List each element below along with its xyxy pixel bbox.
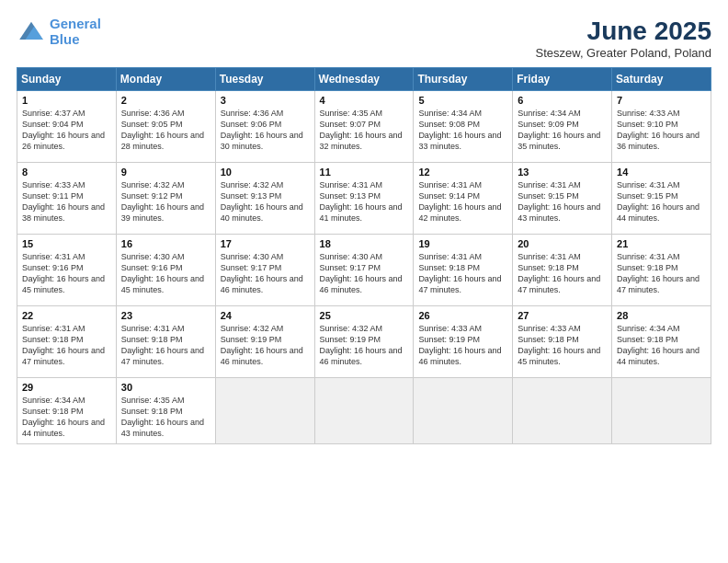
calendar-cell: 28 Sunrise: 4:34 AMSunset: 9:18 PMDaylig… [612,306,711,378]
day-number: 2 [121,95,210,106]
day-info: Sunrise: 4:31 AMSunset: 9:15 PMDaylight:… [617,180,700,223]
day-info: Sunrise: 4:33 AMSunset: 9:18 PMDaylight:… [518,324,600,366]
day-info: Sunrise: 4:31 AMSunset: 9:18 PMDaylight:… [121,324,204,366]
calendar-week-5: 29 Sunrise: 4:34 AMSunset: 9:18 PMDaylig… [17,378,711,444]
day-number: 24 [221,310,310,321]
day-number: 9 [121,167,210,178]
day-number: 8 [22,167,111,178]
calendar-cell: 7 Sunrise: 4:33 AMSunset: 9:10 PMDayligh… [612,91,711,163]
day-number: 17 [221,238,310,249]
calendar-cell: 27 Sunrise: 4:33 AMSunset: 9:18 PMDaylig… [513,306,612,378]
day-info: Sunrise: 4:32 AMSunset: 9:19 PMDaylight:… [221,324,303,366]
day-info: Sunrise: 4:31 AMSunset: 9:18 PMDaylight:… [418,252,501,294]
calendar-cell [314,378,414,444]
col-saturday: Saturday [612,68,711,91]
calendar-week-4: 22 Sunrise: 4:31 AMSunset: 9:18 PMDaylig… [17,306,711,378]
logo-general: General [50,16,101,31]
day-number: 4 [320,95,409,106]
day-number: 30 [121,382,210,393]
calendar-cell: 13 Sunrise: 4:31 AMSunset: 9:15 PMDaylig… [513,163,612,235]
day-info: Sunrise: 4:32 AMSunset: 9:12 PMDaylight:… [121,180,204,223]
day-info: Sunrise: 4:31 AMSunset: 9:18 PMDaylight:… [22,324,105,366]
calendar-cell: 23 Sunrise: 4:31 AMSunset: 9:18 PMDaylig… [116,306,215,378]
day-number: 7 [617,95,706,106]
calendar-cell: 21 Sunrise: 4:31 AMSunset: 9:18 PMDaylig… [612,235,711,306]
calendar-cell: 1 Sunrise: 4:37 AMSunset: 9:04 PMDayligh… [17,91,117,163]
calendar-table: Sunday Monday Tuesday Wednesday Thursday… [17,67,711,444]
calendar-cell: 11 Sunrise: 4:31 AMSunset: 9:13 PMDaylig… [314,163,414,235]
page: General Blue June 2025 Steszew, Greater … [0,0,728,563]
day-info: Sunrise: 4:34 AMSunset: 9:08 PMDaylight:… [418,109,501,151]
logo: General Blue [17,17,101,47]
day-number: 5 [418,95,507,106]
header: General Blue June 2025 Steszew, Greater … [17,17,711,60]
day-number: 28 [617,310,706,321]
calendar-cell [513,378,612,444]
day-number: 27 [518,310,607,321]
day-info: Sunrise: 4:34 AMSunset: 9:18 PMDaylight:… [22,396,105,438]
day-info: Sunrise: 4:33 AMSunset: 9:11 PMDaylight:… [22,180,105,223]
day-number: 26 [418,310,507,321]
day-info: Sunrise: 4:31 AMSunset: 9:18 PMDaylight:… [617,252,700,294]
calendar-cell: 24 Sunrise: 4:32 AMSunset: 9:19 PMDaylig… [215,306,314,378]
day-info: Sunrise: 4:30 AMSunset: 9:16 PMDaylight:… [121,252,204,294]
calendar-cell [414,378,513,444]
calendar-week-3: 15 Sunrise: 4:31 AMSunset: 9:16 PMDaylig… [17,235,711,306]
calendar-cell: 2 Sunrise: 4:36 AMSunset: 9:05 PMDayligh… [116,91,215,163]
col-friday: Friday [513,68,612,91]
col-tuesday: Tuesday [215,68,314,91]
day-info: Sunrise: 4:33 AMSunset: 9:19 PMDaylight:… [418,324,501,366]
day-info: Sunrise: 4:34 AMSunset: 9:09 PMDaylight:… [518,109,600,151]
calendar-cell: 5 Sunrise: 4:34 AMSunset: 9:08 PMDayligh… [414,91,513,163]
day-number: 16 [121,238,210,249]
logo-icon [17,17,46,47]
calendar-week-2: 8 Sunrise: 4:33 AMSunset: 9:11 PMDayligh… [17,163,711,235]
day-number: 18 [320,238,409,249]
day-number: 25 [320,310,409,321]
title-block: June 2025 Steszew, Greater Poland, Polan… [535,17,711,60]
day-info: Sunrise: 4:31 AMSunset: 9:18 PMDaylight:… [518,252,600,294]
calendar-cell: 14 Sunrise: 4:31 AMSunset: 9:15 PMDaylig… [612,163,711,235]
calendar-week-1: 1 Sunrise: 4:37 AMSunset: 9:04 PMDayligh… [17,91,711,163]
day-number: 3 [221,95,310,106]
subtitle: Steszew, Greater Poland, Poland [535,46,711,60]
day-info: Sunrise: 4:34 AMSunset: 9:18 PMDaylight:… [617,324,700,366]
day-info: Sunrise: 4:30 AMSunset: 9:17 PMDaylight:… [320,252,403,294]
day-number: 13 [518,167,607,178]
day-info: Sunrise: 4:32 AMSunset: 9:19 PMDaylight:… [320,324,403,366]
calendar-cell: 20 Sunrise: 4:31 AMSunset: 9:18 PMDaylig… [513,235,612,306]
logo-text: General Blue [50,17,101,47]
logo-blue: Blue [50,31,80,47]
calendar-cell: 30 Sunrise: 4:35 AMSunset: 9:18 PMDaylig… [116,378,215,444]
calendar-cell: 25 Sunrise: 4:32 AMSunset: 9:19 PMDaylig… [314,306,414,378]
calendar-cell: 29 Sunrise: 4:34 AMSunset: 9:18 PMDaylig… [17,378,117,444]
day-info: Sunrise: 4:30 AMSunset: 9:17 PMDaylight:… [221,252,303,294]
day-number: 15 [22,238,111,249]
day-info: Sunrise: 4:36 AMSunset: 9:05 PMDaylight:… [121,109,204,151]
day-number: 21 [617,238,706,249]
day-number: 29 [22,382,111,393]
day-number: 14 [617,167,706,178]
day-number: 19 [418,238,507,249]
day-info: Sunrise: 4:31 AMSunset: 9:14 PMDaylight:… [418,180,501,223]
calendar-cell: 26 Sunrise: 4:33 AMSunset: 9:19 PMDaylig… [414,306,513,378]
day-info: Sunrise: 4:37 AMSunset: 9:04 PMDaylight:… [22,109,105,151]
day-info: Sunrise: 4:31 AMSunset: 9:13 PMDaylight:… [320,180,403,223]
calendar-cell: 19 Sunrise: 4:31 AMSunset: 9:18 PMDaylig… [414,235,513,306]
col-wednesday: Wednesday [314,68,414,91]
calendar-cell [612,378,711,444]
main-title: June 2025 [535,17,711,46]
calendar-cell: 9 Sunrise: 4:32 AMSunset: 9:12 PMDayligh… [116,163,215,235]
day-number: 1 [22,95,111,106]
day-number: 20 [518,238,607,249]
day-info: Sunrise: 4:35 AMSunset: 9:18 PMDaylight:… [121,396,204,438]
day-number: 22 [22,310,111,321]
calendar-cell: 10 Sunrise: 4:32 AMSunset: 9:13 PMDaylig… [215,163,314,235]
col-thursday: Thursday [414,68,513,91]
day-info: Sunrise: 4:32 AMSunset: 9:13 PMDaylight:… [221,180,303,223]
col-monday: Monday [116,68,215,91]
calendar-cell: 8 Sunrise: 4:33 AMSunset: 9:11 PMDayligh… [17,163,117,235]
calendar-cell: 22 Sunrise: 4:31 AMSunset: 9:18 PMDaylig… [17,306,117,378]
col-sunday: Sunday [17,68,117,91]
day-info: Sunrise: 4:31 AMSunset: 9:15 PMDaylight:… [518,180,600,223]
